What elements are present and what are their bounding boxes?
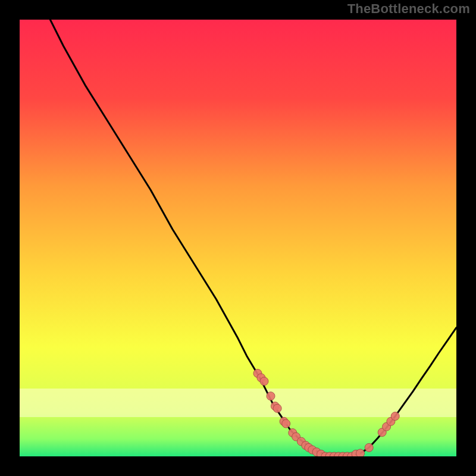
scatter-dot xyxy=(365,443,373,452)
highlight-band xyxy=(20,389,456,417)
scatter-dot xyxy=(282,419,290,428)
scatter-dot xyxy=(356,449,365,456)
scatter-dot xyxy=(391,412,399,421)
chart-svg xyxy=(20,20,456,456)
scatter-dot xyxy=(273,404,281,412)
scatter-dot xyxy=(267,392,275,400)
chart-stage: TheBottleneck.com xyxy=(0,0,476,476)
scatter-dot xyxy=(260,377,268,386)
plot-area xyxy=(20,20,456,456)
watermark-text: TheBottleneck.com xyxy=(347,1,470,17)
